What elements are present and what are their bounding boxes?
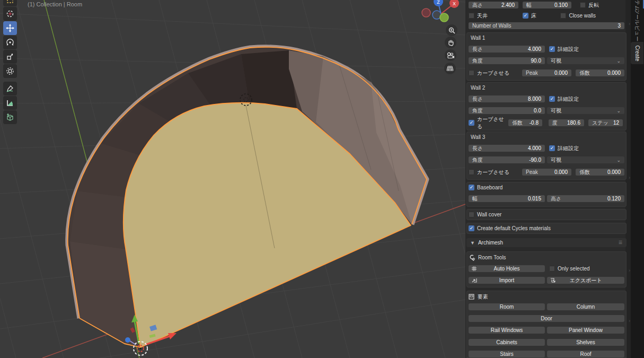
wall-title: Wall 3 <box>471 134 485 140</box>
wall3-factor-field[interactable]: 係数 0.000 <box>576 169 624 176</box>
room-button[interactable]: Room <box>469 303 545 310</box>
floor-checkbox[interactable]: ✓ 床 <box>523 12 536 20</box>
wall-cover-checkbox[interactable]: Wall cover <box>469 212 501 217</box>
wall1-length-field[interactable]: 長さ 4.000 <box>469 46 545 53</box>
wall3-length-field[interactable]: 長さ 4.000 <box>469 145 545 152</box>
chevron-down-icon: ▼ <box>470 240 475 246</box>
svg-text:Z: Z <box>437 0 440 5</box>
toolbar <box>3 0 18 125</box>
tab-tool[interactable]: ツール <box>631 9 643 25</box>
flip-checkbox[interactable]: 反転 <box>580 2 599 9</box>
cursor-icon <box>6 10 14 18</box>
baseboard-height-field[interactable]: 高さ 0.120 <box>547 195 624 202</box>
annotate-tool[interactable] <box>3 82 17 95</box>
wall2-advanced-checkbox[interactable]: ✓ 詳細設定 <box>549 95 579 103</box>
checkbox <box>580 2 586 8</box>
zoom-button[interactable] <box>446 24 457 36</box>
wall2-angle-field[interactable]: 角度 0.0 <box>469 107 545 114</box>
wall1-peak-field[interactable]: Peak 0.000 <box>522 69 571 76</box>
camera-icon <box>447 52 454 59</box>
grid-icon <box>472 266 477 271</box>
width-field[interactable]: 幅 0.100 <box>523 2 571 8</box>
tab-create[interactable]: Create <box>631 42 643 64</box>
baseboard-width-field[interactable]: 幅 0.015 <box>469 195 545 202</box>
room-tools-box: Room Tools Auto Holes Only selected Impo… <box>466 251 627 287</box>
move-tool[interactable] <box>3 21 17 35</box>
stairs-button[interactable]: Stairs <box>469 351 545 357</box>
wall2-curve-checkbox[interactable]: ✓ カーブさせる <box>469 116 507 130</box>
rail-windows-button[interactable]: Rail Windows <box>469 327 545 334</box>
wall2-degrees-field[interactable]: 度 180.6 <box>549 119 584 126</box>
box-select-tool[interactable] <box>3 0 17 6</box>
move-icon <box>6 24 14 32</box>
transform-tool[interactable] <box>3 64 17 78</box>
wall3-curve-checkbox[interactable]: カーブさせる <box>469 169 520 176</box>
elements-box: 要素 Room Column Door Rail Windows Panel W… <box>466 291 627 358</box>
rotate-tool[interactable] <box>3 36 17 49</box>
viewport-3d[interactable]: Z X (1) Collection | Room <box>0 0 465 358</box>
wall1-factor-field[interactable]: 係数 0.000 <box>576 69 624 76</box>
sidebar-tab-strip: アイテム ツール ビュー Create <box>631 0 644 358</box>
add-primitive-tool[interactable] <box>3 110 17 124</box>
door-button[interactable]: Door <box>469 315 624 322</box>
scale-tool[interactable] <box>3 50 17 64</box>
panel-window-button[interactable]: Panel Window <box>547 327 624 334</box>
archimesh-panel-header[interactable]: ▼ Archimesh ☰ <box>466 238 627 247</box>
wall2-factor-field[interactable]: 係数 -0.8 <box>508 119 542 126</box>
roof-button[interactable]: Roof <box>547 351 624 357</box>
sidebar-panel: › › › › 高さ 2.400 幅 0.100 反転 天井 ✓ 床 <box>465 0 631 358</box>
wall1-curve-checkbox[interactable]: カーブさせる <box>469 69 520 77</box>
nav-axis-x-neg <box>422 8 430 17</box>
pan-button[interactable] <box>445 37 456 48</box>
wall3-advanced-checkbox[interactable]: ✓ 詳細設定 <box>549 145 579 152</box>
drag-grip-icon[interactable]: ☰ <box>619 240 623 245</box>
box-icon <box>469 294 474 300</box>
blender-window: Z X (1) Collection | Room <box>0 0 644 358</box>
column-button[interactable]: Column <box>547 303 624 310</box>
wall1-angle-field[interactable]: 角度 90.0 <box>469 57 545 64</box>
wall1-visibility-dropdown[interactable]: 可視 ⌄ <box>547 57 624 64</box>
import-icon <box>472 278 477 283</box>
baseboard-checkbox[interactable]: ✓ Baseboard <box>469 185 502 190</box>
tab-view[interactable]: ビュー <box>631 25 643 41</box>
wall-1-box: Wall 1 長さ 4.000 ✓ 詳細設定 角度 90.0 可視 ⌄ <box>466 32 627 81</box>
ortho-toggle-button[interactable] <box>444 63 456 74</box>
tab-item[interactable]: アイテム <box>631 0 643 8</box>
nav-gizmo[interactable]: Z X <box>422 0 459 22</box>
export-button[interactable]: エクスポート <box>547 277 624 284</box>
ceiling-checkbox[interactable]: 天井 <box>469 12 488 20</box>
close-walls-checkbox[interactable]: Close walls <box>560 13 596 19</box>
box-select-icon <box>6 0 14 3</box>
camera-view-button[interactable] <box>445 49 456 61</box>
scale-icon <box>6 53 14 61</box>
wall3-angle-field[interactable]: 角度 -90.0 <box>469 156 545 163</box>
wall2-visibility-dropdown[interactable]: 可視 ⌄ <box>547 107 624 114</box>
measure-tool[interactable] <box>3 96 17 110</box>
ortho-grid-icon <box>446 65 454 72</box>
cabinets-button[interactable]: Cabinets <box>469 339 545 346</box>
cursor-tool[interactable] <box>3 7 17 21</box>
baseboard-box: ✓ Baseboard 幅 0.015 高さ 0.120 <box>466 182 627 207</box>
annotate-icon <box>6 84 14 93</box>
shelves-button[interactable]: Shelves <box>547 339 624 346</box>
wall2-length-field[interactable]: 長さ 8.000 <box>469 95 545 102</box>
chevron-down-icon: ⌄ <box>616 158 621 163</box>
import-button[interactable]: Import <box>469 277 545 284</box>
transform-icon <box>6 67 14 75</box>
wall1-advanced-checkbox[interactable]: ✓ 詳細設定 <box>549 46 579 53</box>
chevron-down-icon: ⌄ <box>616 58 621 64</box>
cycles-materials-checkbox[interactable]: ✓ Create default Cycles materials <box>469 225 551 231</box>
wall-2-box: Wall 2 長さ 8.000 ✓ 詳細設定 角度 0.0 可視 ⌄ <box>466 82 627 130</box>
nav-axis-y <box>440 13 448 22</box>
cycles-materials-box: ✓ Create default Cycles materials <box>466 223 627 234</box>
rotate-icon <box>6 38 14 47</box>
wall2-steps-field[interactable]: ステッ 12 <box>588 119 623 126</box>
only-selected-checkbox[interactable]: Only selected <box>549 266 590 272</box>
height-field[interactable]: 高さ 2.400 <box>469 2 518 8</box>
auto-holes-button[interactable]: Auto Holes <box>469 265 545 272</box>
zoom-icon <box>448 27 455 34</box>
room-object[interactable] <box>68 47 427 347</box>
number-of-walls-slider[interactable]: Number of Walls 3 <box>469 22 624 29</box>
wall3-peak-field[interactable]: Peak 0.000 <box>522 169 571 176</box>
wall3-visibility-dropdown[interactable]: 可視 ⌄ <box>547 156 624 163</box>
